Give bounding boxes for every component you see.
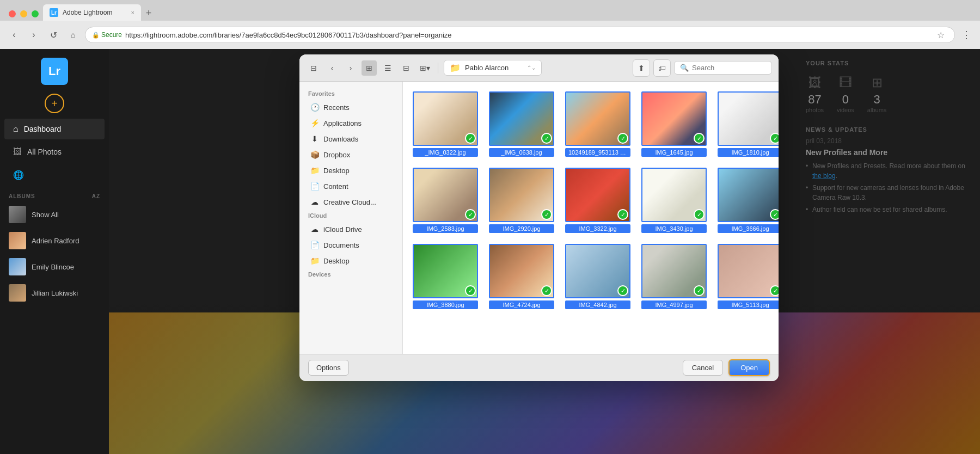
file-name-label: IMG_4842.jpg [565,300,630,309]
file-item[interactable]: ✓_IMG_0322.jpg [409,88,481,160]
home-button[interactable]: ⌂ [65,27,81,42]
new-tab-button[interactable]: + [141,5,156,21]
secure-label: Secure [101,31,122,39]
main-content: ☁ YOUR STATS 🖼 87 photos 🎞 0 videos ⊞ [109,49,980,454]
file-item[interactable]: ✓10249189_953113 348039...90_n.jpg [562,88,634,160]
sidebar-item-dashboard[interactable]: ⌂ Dashboard [4,119,105,139]
file-item[interactable]: ✓IMG_2583.jpg [409,164,481,236]
sidebar-item-globe[interactable]: 🌐 [4,164,105,186]
column-view-button[interactable]: ⊟ [399,60,414,76]
sidebar-item-desktop1[interactable]: 📁 Desktop [302,163,400,178]
url-bar[interactable]: 🔒 Secure https://lightroom.adobe.com/lib… [85,27,955,43]
file-selected-checkmark: ✓ [617,285,628,296]
dropbox-icon: 📦 [310,150,319,159]
file-name-label: IMG_1645.jpg [641,148,707,157]
list-view-button[interactable]: ☰ [380,60,395,76]
nav-forward-button[interactable]: › [343,60,358,76]
file-item[interactable]: ✓IMG_1645.jpg [638,88,710,160]
file-selected-checkmark: ✓ [465,209,476,220]
file-selected-checkmark: ✓ [465,285,476,296]
album-item-showall[interactable]: Show All [0,201,109,228]
applications-icon: ⚡ [310,119,319,127]
album-thumb [9,206,26,223]
albums-section-action[interactable]: Az [92,193,100,199]
dialog-toolbar: ⊟ ‹ › ⊞ ☰ ⊟ ⊞▾ 📁 Pablo Alarcon ⌃⌄ ⬆ 🏷 [299,54,779,82]
file-thumb-wrapper: ✓ [489,244,554,298]
back-button[interactable]: ‹ [7,27,22,42]
nav-back-button[interactable]: ‹ [324,60,340,76]
tab-close-button[interactable]: × [131,9,134,16]
file-selected-checkmark: ✓ [694,285,705,296]
file-thumb-wrapper: ✓ [641,91,707,146]
album-item-emily[interactable]: Emily Blincoe [0,254,109,280]
file-item[interactable]: ✓IMG_4842.jpg [562,241,634,312]
file-thumb-wrapper: ✓ [489,168,554,222]
file-selected-checkmark: ✓ [770,133,779,144]
minimize-window-dot[interactable] [20,10,27,17]
grid-view-button[interactable]: ⊞ [362,60,377,76]
browser-chrome: Lr Adobe Lightroom × + ‹ › ↺ ⌂ 🔒 Secure … [0,0,980,49]
file-name-label: IMG_3880.jpg [413,300,478,309]
address-bar: ‹ › ↺ ⌂ 🔒 Secure https://lightroom.adobe… [0,21,980,49]
file-selected-checkmark: ✓ [617,209,628,220]
file-name-label: IMG_2583.jpg [413,224,478,233]
file-thumb-wrapper: ✓ [641,244,707,298]
devices-section-label: Devices [299,269,402,280]
file-name-label: IMG_3666.jpg [718,224,779,233]
browser-menu-button[interactable]: ⋮ [959,29,973,41]
url-text: https://lightroom.adobe.com/libraries/7a… [125,31,452,39]
sidebar-item-dropbox[interactable]: 📦 Dropbox [302,147,400,162]
active-tab[interactable]: Lr Adobe Lightroom × [43,4,141,21]
file-item[interactable]: ✓IMG_4724.jpg [486,241,558,312]
sidebar-item-desktop2[interactable]: 📁 Desktop [302,253,400,268]
file-selected-checkmark: ✓ [541,209,552,220]
file-name-label: IMG_3322.jpg [565,224,630,233]
coverflow-view-button[interactable]: ⊞▾ [417,60,432,76]
add-button[interactable]: + [45,94,64,113]
tag-button[interactable]: 🏷 [653,59,671,77]
sidebar-item-documents[interactable]: 📄 Documents [302,237,400,253]
sidebar-item-downloads[interactable]: ⬇ Downloads [302,131,400,146]
refresh-button[interactable]: ↺ [46,27,61,42]
dialog-body: Favorites 🕐 Recents ⚡ Applications ⬇ Dow… [299,82,779,354]
options-button[interactable]: Options [308,360,349,376]
documents-icon: 📄 [310,241,319,249]
sidebar-item-recents[interactable]: 🕐 Recents [302,100,400,115]
file-item[interactable]: ✓IMG_5113.jpg [714,241,779,312]
sidebar-item-creativecloud[interactable]: ☁ Creative Cloud... [302,194,400,210]
file-item[interactable]: ✓IMG_3322.jpg [562,164,634,236]
file-item[interactable]: ✓_IMG_0638.jpg [486,88,558,160]
file-item[interactable]: ✓IMG_3430.jpg [638,164,710,236]
file-picker-dialog: ⊟ ‹ › ⊞ ☰ ⊟ ⊞▾ 📁 Pablo Alarcon ⌃⌄ ⬆ 🏷 [299,54,779,381]
file-item[interactable]: ✓IMG_2920.jpg [486,164,558,236]
tab-bar: Lr Adobe Lightroom × + [0,0,980,21]
file-thumb-wrapper: ✓ [413,244,478,298]
maximize-window-dot[interactable] [32,10,39,17]
file-item[interactable]: ✓IMG_3880.jpg [409,241,481,312]
album-item-jillian[interactable]: Jillian Lukiwski [0,280,109,306]
file-selected-checkmark: ✓ [465,133,476,144]
sidebar-item-applications[interactable]: ⚡ Applications [302,115,400,131]
location-selector[interactable]: 📁 Pablo Alarcon ⌃⌄ [444,60,542,76]
file-item[interactable]: ✓IMG_1810.jpg [714,88,779,160]
file-name-label: 10249189_953113 348039...90_n.jpg [565,148,630,157]
sidebar-item-icloudrive[interactable]: ☁ iCloud Drive [302,222,400,237]
cancel-button[interactable]: Cancel [683,360,723,376]
search-box[interactable]: 🔍 [674,61,772,75]
album-item-adrien[interactable]: Adrien Radford [0,228,109,254]
sidebar-item-content[interactable]: 📄 Content [302,179,400,194]
share-button[interactable]: ⬆ [633,59,650,77]
file-item[interactable]: ✓IMG_4997.jpg [638,241,710,312]
app-layout: Lr + ⌂ Dashboard 🖼 All Photos 🌐 ALBUMS A… [0,49,980,454]
search-input[interactable] [692,64,766,72]
sidebar-item-allphotos[interactable]: 🖼 All Photos [4,142,105,162]
file-item[interactable]: ✓IMG_3666.jpg [714,164,779,236]
close-window-dot[interactable] [9,10,16,17]
file-selected-checkmark: ✓ [694,133,705,144]
sidebar-toggle-button[interactable]: ⊟ [306,60,321,76]
bookmark-icon[interactable]: ☆ [934,30,948,40]
forward-button[interactable]: › [26,27,41,42]
globe-icon: 🌐 [13,170,24,180]
file-thumb-wrapper: ✓ [565,91,630,146]
open-button[interactable]: Open [728,359,770,376]
